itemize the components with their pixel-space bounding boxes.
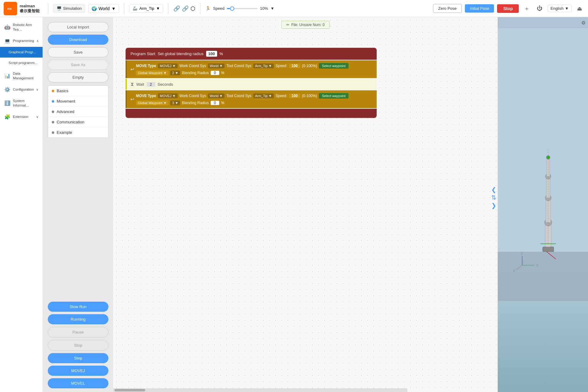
select-waypoint-btn-2[interactable]: Select waypoint xyxy=(319,93,349,99)
add-icon-button[interactable]: ＋ xyxy=(522,4,532,13)
scroll-down-btn[interactable]: ❯ xyxy=(491,202,496,209)
movej-button[interactable]: MOVEJ xyxy=(48,366,108,376)
world-chevron: ▼ xyxy=(111,6,116,11)
movement-dot xyxy=(52,100,54,103)
sidebar-item-robotic-arm[interactable]: 🤖 Robotic Arm Tea... xyxy=(0,20,43,35)
move-type-dropdown-2[interactable]: MOVEJ ▼ xyxy=(158,93,178,98)
stop-top-button[interactable]: Stop xyxy=(497,4,519,13)
speed-slider[interactable] xyxy=(227,8,258,9)
sidebar-item-graphical-prog[interactable]: Graphical Progr... xyxy=(0,47,43,58)
topbar-separator-1 xyxy=(48,3,48,14)
sidebar-label-script: Script programm... xyxy=(9,61,38,65)
lang-label: English xyxy=(550,6,564,11)
pause-button[interactable]: Pause xyxy=(48,327,108,337)
config-expand-icon: ∨ xyxy=(36,88,38,91)
scroll-up-btn[interactable]: ❮ xyxy=(491,186,496,193)
sidebar: 🤖 Robotic Arm Tea... 💻 Programming ∧ Gra… xyxy=(0,17,43,392)
robot-arm xyxy=(541,149,556,252)
tool-coord-label-2: Tool Coord Sys xyxy=(226,94,251,98)
sidebar-item-system-info[interactable]: ℹ️ System Informat... xyxy=(0,96,43,111)
sidebar-item-configuration[interactable]: ⚙️ Configuration ∨ xyxy=(0,84,43,96)
category-list: Basics Movement Advanced Communication E… xyxy=(48,85,108,138)
bottom-scrollbar[interactable] xyxy=(113,388,407,392)
logout-button[interactable]: ⏏ xyxy=(575,4,584,13)
svg-text:RM: RM xyxy=(7,7,12,10)
canvas-scroll-controls: ❮ ⇅ ❯ xyxy=(491,186,496,209)
work-coord-label-2: Work Coord Sys xyxy=(179,94,206,98)
cube-icon[interactable]: ⬡ xyxy=(190,5,195,12)
waypoint-num-dropdown-1[interactable]: 2 ▼ xyxy=(170,70,180,75)
wait-label: Wait xyxy=(136,82,144,87)
category-basics[interactable]: Basics xyxy=(48,86,108,96)
move-block-1: ↩ MOVE Type MOVEJ ▼ Work Coord Sys World… xyxy=(126,60,377,78)
wait-block: ⧗ Wait Seconds xyxy=(126,79,377,90)
simulation-toggle[interactable]: 🖥️ Simulation xyxy=(53,4,85,13)
power-button[interactable]: ⏻ xyxy=(535,4,545,13)
sidebar-item-data-management[interactable]: 📊 Data Management xyxy=(0,68,43,84)
slow-run-button[interactable]: Slow Run xyxy=(48,302,108,312)
scroll-expand-btn[interactable]: ⇅ xyxy=(491,194,496,201)
example-label: Example xyxy=(57,130,72,135)
sidebar-label-extension: Extension xyxy=(13,115,28,119)
speed-range-2: (0-100%) xyxy=(302,94,317,98)
blending-label-1: Blending Radius xyxy=(182,71,209,75)
movel-button[interactable]: MOVEL xyxy=(48,378,108,388)
svg-rect-8 xyxy=(543,247,554,252)
select-waypoint-btn-1[interactable]: Select waypoint xyxy=(319,63,349,69)
scrollbar-thumb xyxy=(115,389,145,391)
work-coord-dropdown-2[interactable]: World ▼ xyxy=(208,93,224,98)
wait-seconds-input[interactable] xyxy=(147,82,155,87)
step-button[interactable]: Step xyxy=(48,353,108,363)
global-waypoint-dropdown-2[interactable]: Global Waypoint ▼ xyxy=(136,100,168,105)
save-button[interactable]: Save xyxy=(48,47,108,57)
move-type-dropdown-1[interactable]: MOVEJ ▼ xyxy=(158,63,178,68)
simulation-label: Simulation xyxy=(63,6,82,11)
tool-coord-dropdown-2[interactable]: Arm_Tip ▼ xyxy=(253,93,274,98)
sidebar-label-graphical: Graphical Progr... xyxy=(9,50,36,55)
category-advanced[interactable]: Advanced xyxy=(48,107,108,117)
speed-input-2[interactable] xyxy=(289,94,300,98)
language-dropdown[interactable]: English ▼ xyxy=(548,5,571,12)
category-example[interactable]: Example xyxy=(48,127,108,138)
world-dropdown[interactable]: 🌍 World ▼ xyxy=(88,4,119,13)
seconds-label: Seconds xyxy=(158,82,173,87)
blend-percent-2: % xyxy=(221,101,224,105)
speed-range-1: (0-100%) xyxy=(302,64,317,68)
local-import-button[interactable]: Local Import xyxy=(48,22,108,32)
blend-input-2[interactable] xyxy=(211,101,219,105)
right-panel-settings-icon[interactable]: ⚙ xyxy=(581,20,586,26)
download-button[interactable]: Download xyxy=(48,35,108,45)
running-button[interactable]: Running xyxy=(48,314,108,324)
simulation-icon: 🖥️ xyxy=(57,6,62,11)
empty-button[interactable]: Empty xyxy=(48,72,108,82)
logo-image: RM xyxy=(4,2,17,15)
logo-text: realman 睿尔曼智能 xyxy=(20,4,40,13)
sidebar-item-script-prog[interactable]: Script programm... xyxy=(0,58,43,68)
save-as-button[interactable]: Save As xyxy=(48,60,108,70)
svg-rect-20 xyxy=(498,252,588,301)
communication-label: Communication xyxy=(57,120,84,124)
global-waypoint-dropdown-1[interactable]: Global Waypoint ▼ xyxy=(136,70,168,75)
speed-input-1[interactable] xyxy=(289,64,300,68)
topbar: RM realman 睿尔曼智能 🖥️ Simulation 🌍 World ▼… xyxy=(0,0,588,17)
link-icon-2[interactable]: 🔗 xyxy=(182,5,189,12)
initial-pose-button[interactable]: Initial Pose xyxy=(465,4,494,13)
link-icon-1[interactable]: 🔗 xyxy=(173,5,180,12)
zero-pose-button[interactable]: Zero Pose xyxy=(433,4,462,13)
tool-coord-dropdown-1[interactable]: Arm_Tip ▼ xyxy=(253,63,274,68)
blend-radius-input[interactable] xyxy=(206,51,217,57)
programming-expand-icon: ∧ xyxy=(36,39,39,43)
sidebar-item-extension[interactable]: 🧩 Extension ∨ xyxy=(0,111,43,123)
category-movement[interactable]: Movement xyxy=(48,96,108,107)
arm-tip-dropdown[interactable]: 🦾 Arm_Tip ▼ xyxy=(129,4,164,13)
speed-value: 10% xyxy=(260,6,268,11)
work-coord-dropdown-1[interactable]: World ▼ xyxy=(208,63,224,68)
category-communication[interactable]: Communication xyxy=(48,117,108,127)
sidebar-item-programming[interactable]: 💻 Programming ∧ xyxy=(0,35,43,47)
blend-input-1[interactable] xyxy=(211,71,219,75)
right-panel: ⚙ Y Z X xyxy=(498,17,588,392)
blend-percent: % xyxy=(220,51,223,56)
stop-button[interactable]: Stop xyxy=(48,340,108,351)
topbar-separator-2 xyxy=(124,3,124,14)
waypoint-num-dropdown-2[interactable]: 3 ▼ xyxy=(170,100,180,105)
